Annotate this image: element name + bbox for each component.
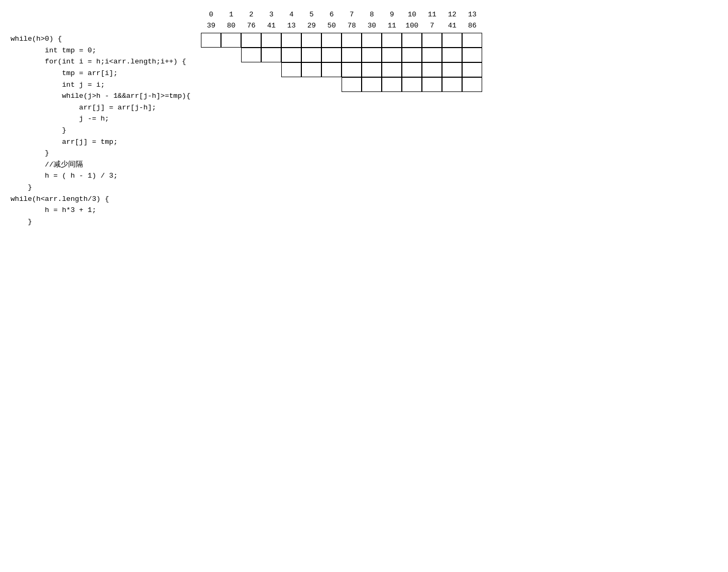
code-line: int tmp = 0; xyxy=(11,45,190,57)
array-cell xyxy=(321,33,342,48)
array-cell xyxy=(221,33,241,48)
code-block: while(h>0) { int tmp = 0; for(int i = h;… xyxy=(11,11,190,250)
array-cell xyxy=(362,62,382,77)
index-cell: 12 xyxy=(442,11,462,20)
code-line: h = h*3 + 1; xyxy=(11,205,190,216)
array-cell xyxy=(281,33,301,48)
value-cell: 86 xyxy=(462,22,482,30)
index-cell: 3 xyxy=(261,11,281,20)
array-row xyxy=(201,62,482,77)
array-cell xyxy=(362,33,382,48)
value-cell: 76 xyxy=(241,22,261,30)
array-cell xyxy=(402,77,422,92)
array-cell xyxy=(442,48,462,62)
index-cell: 9 xyxy=(382,11,402,20)
code-line: arr[j] = arr[j-h]; xyxy=(11,102,190,114)
value-cell: 100 xyxy=(402,22,422,30)
value-cell: 39 xyxy=(201,22,221,30)
code-line: } xyxy=(11,216,190,228)
array-cell xyxy=(342,33,362,48)
index-cell: 5 xyxy=(301,11,321,20)
value-row: 3980764113295078301110074186 xyxy=(201,22,482,30)
value-cell: 7 xyxy=(422,22,442,30)
array-cell xyxy=(382,48,402,62)
array-cell xyxy=(462,77,482,92)
index-cell: 2 xyxy=(241,11,261,20)
code-line: j -= h; xyxy=(11,113,190,125)
array-cell xyxy=(382,33,402,48)
main-container: while(h>0) { int tmp = 0; for(int i = h;… xyxy=(11,11,717,250)
array-cell xyxy=(402,48,422,62)
array-cell xyxy=(321,77,342,92)
code-line: arr[j] = tmp; xyxy=(11,136,190,148)
array-cell xyxy=(462,62,482,77)
array-cell xyxy=(201,33,221,48)
array-cell xyxy=(281,48,301,62)
array-cell xyxy=(402,33,422,48)
value-cell: 11 xyxy=(382,22,402,30)
array-cell xyxy=(342,62,362,77)
array-cell xyxy=(221,62,241,77)
index-row: 012345678910111213 xyxy=(201,11,482,20)
array-cell xyxy=(301,48,321,62)
array-cell xyxy=(422,48,442,62)
value-cell: 50 xyxy=(321,22,342,30)
array-cell xyxy=(281,77,301,92)
array-cell xyxy=(301,33,321,48)
array-cell xyxy=(462,48,482,62)
code-line: while(j>h - 1&&arr[j-h]>=tmp){ xyxy=(11,90,190,102)
value-cell: 41 xyxy=(261,22,281,30)
value-cell: 41 xyxy=(442,22,462,30)
index-cell: 4 xyxy=(281,11,301,20)
array-cell xyxy=(281,62,301,77)
array-cell xyxy=(342,77,362,92)
array-cell xyxy=(221,77,241,92)
array-cell xyxy=(201,62,221,77)
code-line: for(int i = h;i<arr.length;i++) { xyxy=(11,56,190,68)
index-cell: 11 xyxy=(422,11,442,20)
array-cell xyxy=(382,77,402,92)
array-cell xyxy=(301,77,321,92)
code-line: while(h<arr.length/3) { xyxy=(11,193,190,205)
array-cell xyxy=(241,77,261,92)
array-cell xyxy=(462,33,482,48)
value-cell: 78 xyxy=(342,22,362,30)
array-cell xyxy=(261,77,281,92)
value-cell: 13 xyxy=(281,22,301,30)
value-cell: 29 xyxy=(301,22,321,30)
index-cell: 6 xyxy=(321,11,342,20)
array-cell xyxy=(221,48,241,62)
code-line: } xyxy=(11,182,190,193)
index-cell: 1 xyxy=(221,11,241,20)
array-cell xyxy=(442,77,462,92)
array-cell xyxy=(382,62,402,77)
array-row xyxy=(201,33,482,48)
array-cell xyxy=(201,48,221,62)
array-cell xyxy=(261,62,281,77)
value-cell: 30 xyxy=(362,22,382,30)
code-line: } xyxy=(11,147,190,159)
array-cell xyxy=(342,48,362,62)
array-cell xyxy=(321,48,342,62)
code-line: h = ( h - 1) / 3; xyxy=(11,170,190,182)
array-cell xyxy=(241,48,261,62)
array-row xyxy=(201,48,482,62)
value-cell: 80 xyxy=(221,22,241,30)
array-cell xyxy=(321,62,342,77)
array-cell xyxy=(422,77,442,92)
array-cell xyxy=(301,62,321,77)
array-cell xyxy=(241,62,261,77)
code-line: tmp = arr[i]; xyxy=(11,68,190,79)
code-line: int j = i; xyxy=(11,79,190,91)
index-cell: 8 xyxy=(362,11,382,20)
array-cell xyxy=(261,33,281,48)
code-line: } xyxy=(11,125,190,136)
array-grid xyxy=(201,33,482,92)
array-cell xyxy=(362,48,382,62)
array-cell xyxy=(422,62,442,77)
array-cell xyxy=(261,48,281,62)
code-line: //减少间隔 xyxy=(11,159,190,171)
array-cell xyxy=(442,33,462,48)
array-cell xyxy=(201,77,221,92)
array-cell xyxy=(241,33,261,48)
